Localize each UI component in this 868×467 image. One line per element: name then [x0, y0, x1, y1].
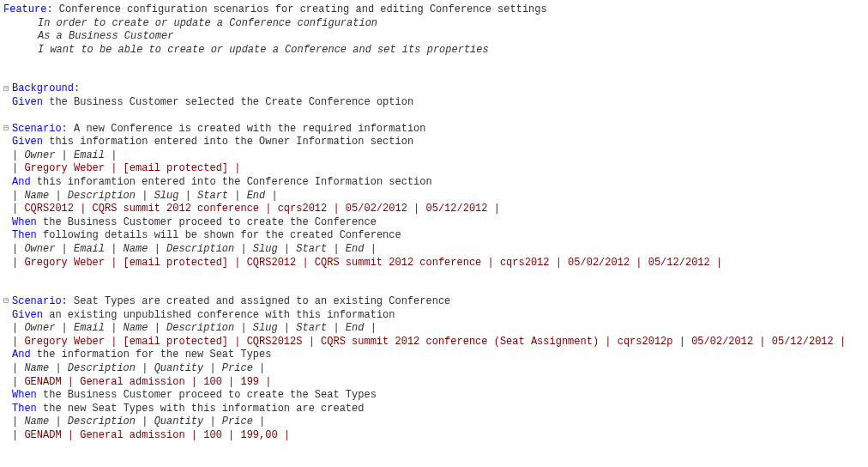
step-text: the information for the new Seat Types: [31, 349, 272, 361]
table-row: | GENADM | General admission | 100 | 199…: [3, 429, 865, 443]
when-keyword: When: [12, 216, 37, 228]
then-keyword: Then: [12, 229, 37, 241]
step-text: the new Seat Types with this information…: [37, 403, 365, 415]
step-line: When the Business Customer proceed to cr…: [3, 216, 865, 230]
background-line: ⊟Background:: [3, 82, 865, 96]
feature-narrative-3: I want to be able to create or update a …: [3, 44, 865, 58]
when-keyword: When: [12, 389, 37, 401]
step-text: the Business Customer selected the Creat…: [43, 96, 413, 108]
feature-line: Feature: Conference configuration scenar…: [3, 3, 865, 17]
given-keyword: Given: [12, 96, 43, 108]
collapse-icon[interactable]: ⊟: [3, 295, 12, 306]
scenario-title: : Seat Types are created and assigned to…: [62, 295, 451, 307]
then-keyword: Then: [12, 403, 37, 415]
table-header: | Owner | Email | Name | Description | S…: [3, 322, 865, 336]
given-keyword: Given: [12, 136, 43, 148]
feature-title: : Conference configuration scenarios for…: [46, 3, 546, 15]
feature-narrative-2: As a Business Customer: [3, 30, 865, 44]
table-header: | Name | Description | Quantity | Price …: [3, 415, 865, 429]
scenario-line: ⊟Scenario: Seat Types are created and as…: [3, 295, 865, 309]
scenario-line: ⊟Scenario: A new Conference is created w…: [3, 123, 865, 136]
and-keyword: And: [12, 349, 31, 361]
step-line: And the information for the new Seat Typ…: [3, 349, 865, 362]
step-line: And this inforamtion entered into the Co…: [3, 176, 865, 190]
table-row: | GENADM | General admission | 100 | 199…: [3, 376, 865, 390]
step-text: an existing unpublished conference with …: [43, 309, 395, 321]
table-header: | Owner | Email |: [3, 149, 865, 163]
table-row: | Gregory Weber | [email protected] | CQ…: [3, 257, 865, 270]
feature-keyword: Feature: [3, 3, 46, 15]
and-keyword: And: [12, 176, 31, 188]
step-line: When the Business Customer proceed to cr…: [3, 389, 865, 403]
collapse-icon[interactable]: ⊟: [3, 83, 12, 94]
table-header: | Name | Description | Quantity | Price …: [3, 362, 865, 376]
given-keyword: Given: [12, 309, 43, 321]
table-row: | Gregory Weber | [email protected] | CQ…: [3, 336, 865, 349]
step-line: Then the new Seat Types with this inform…: [3, 403, 865, 416]
table-row: | CQRS2012 | CQRS summit 2012 conference…: [3, 203, 865, 216]
table-header: | Owner | Email | Name | Description | S…: [3, 243, 865, 257]
table-header: | Name | Description | Slug | Start | En…: [3, 190, 865, 203]
scenario-keyword: Scenario: [12, 295, 62, 307]
background-step: Given the Business Customer selected the…: [3, 96, 865, 110]
scenario-keyword: Scenario: [12, 123, 62, 135]
step-text: the Business Customer proceed to create …: [37, 216, 377, 228]
background-colon: :: [74, 82, 80, 94]
step-line: Given an existing unpublished conference…: [3, 309, 865, 323]
collapse-icon[interactable]: ⊟: [3, 123, 12, 134]
feature-narrative-1: In order to create or update a Conferenc…: [3, 17, 865, 31]
step-text: this inforamtion entered into the Confer…: [31, 176, 432, 188]
step-text: this information entered into the Owner …: [43, 136, 413, 148]
scenario-title: : A new Conference is created with the r…: [62, 123, 426, 135]
step-line: Then following details will be shown for…: [3, 229, 865, 243]
step-text: following details will be shown for the …: [37, 229, 401, 241]
step-text: the Business Customer proceed to create …: [37, 389, 377, 401]
step-line: Given this information entered into the …: [3, 136, 865, 149]
background-keyword: Background: [12, 82, 74, 94]
table-row: | Gregory Weber | [email protected] |: [3, 162, 865, 176]
